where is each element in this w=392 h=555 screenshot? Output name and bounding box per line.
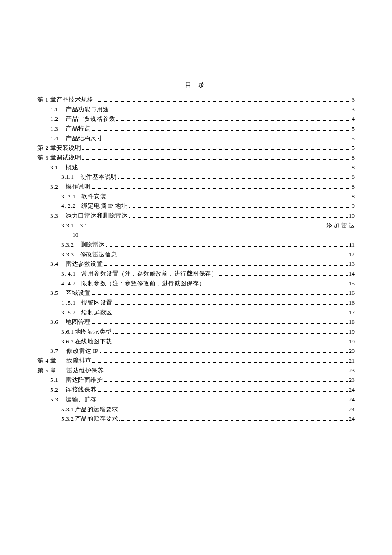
toc-leader-dots: [98, 397, 348, 401]
toc-leader-dots: [104, 378, 348, 382]
toc-entry-page: 8: [352, 163, 355, 173]
toc-entry: 3.3.2删除雷达11: [37, 240, 355, 250]
toc-entry-page: 17: [349, 308, 355, 318]
toc-entry-number: 3.4: [50, 259, 66, 269]
toc-leader-dots: [119, 407, 348, 411]
toc-entry-text: 区域设置: [66, 288, 90, 298]
toc-entry-number: 5.3: [50, 395, 66, 405]
toc-entry-page: 10: [349, 211, 355, 221]
toc-entry-number: 3.1.1: [61, 172, 74, 182]
toc-entry-text: 3.1: [80, 221, 88, 231]
toc-entry: 1 .5.1报警区设置16: [37, 298, 355, 308]
toc-leader-dots: [110, 107, 351, 111]
toc-entry-number: 3.3.2: [61, 240, 74, 250]
toc-entry-page: 12: [349, 250, 355, 260]
toc-entry-number: 3.7: [50, 346, 66, 356]
toc-entry: 1.1产品功能与用途3: [37, 105, 355, 115]
toc-leader-dots: [92, 320, 348, 324]
toc-entry-text: 修改雷达信息: [80, 250, 117, 260]
toc-entry: 3.2操作说明8: [37, 182, 355, 192]
toc-entry-number: 5.3.2: [61, 414, 74, 424]
toc-entry-number: 1.2: [50, 114, 66, 124]
toc-entry-number: 4. 2.2: [61, 201, 75, 211]
toc-entry-number: 3.6.1: [61, 327, 74, 337]
toc-entry: 3.5区域设置16: [37, 288, 355, 298]
toc-entry-number: 3.6: [50, 317, 66, 327]
toc-entry-page: 23: [349, 366, 355, 376]
toc-entry-number: 1 .5.1: [61, 298, 75, 308]
toc-entry-page: 18: [349, 317, 355, 327]
toc-title: 目 录: [37, 81, 355, 89]
toc-leader-dots: [89, 223, 324, 227]
toc-entry-text: 产品技术规格: [56, 95, 93, 105]
document-page: 目 录 第 1 章产品技术规格31.1产品功能与用途31.2产品主要规格参数41…: [0, 0, 392, 555]
toc-entry-text: 产品特点: [66, 124, 90, 134]
toc-entry-page: 8: [352, 172, 355, 182]
toc-entry: 3.7修改雷达 IP20: [37, 346, 355, 356]
toc-leader-dots: [107, 194, 350, 198]
toc-entry-number: 3.6.2: [61, 337, 74, 347]
toc-entry-page: 20: [349, 346, 355, 356]
toc-entry-label: 添 加 雷 达: [326, 221, 355, 231]
toc-entry-number: 3. 4.1: [61, 269, 75, 279]
toc-entry-page: 3: [352, 95, 355, 105]
toc-entry-page: 16: [349, 298, 355, 308]
toc-entry: 第 4 章故障排查21: [37, 356, 355, 366]
toc-entry: 3.1概述8: [37, 163, 355, 173]
toc-entry-text: 连接线保养: [66, 385, 97, 395]
toc-entry-page: 24: [349, 405, 355, 415]
toc-entry: 5.3运输、贮存24: [37, 395, 355, 405]
toc-entry: 3. 4.1常用参数设置（注：参数修改前，进行截图保存）14: [37, 269, 355, 279]
toc-entry-number: 第 1 章: [37, 95, 56, 105]
toc-entry-number: 第 3 章: [37, 153, 56, 163]
toc-entry-number: 5.2: [50, 385, 66, 395]
toc-entry: 3.4雷达参数设置13: [37, 259, 355, 269]
toc-entry-number: 3.2: [50, 182, 66, 192]
toc-leader-dots: [114, 300, 348, 305]
toc-entry-text: 产品功能与用途: [66, 105, 109, 115]
toc-entry: 3 .5.2绘制屏蔽区17: [37, 308, 355, 318]
toc-entry: 1.3产品特点5: [37, 124, 355, 134]
toc-entry: 3. 2.1软件安装8: [37, 192, 355, 202]
toc-entry-number: 4. 4.2: [61, 279, 75, 289]
toc-entry-text: 雷达维护保养: [66, 366, 104, 376]
toc-entry: 5.3.2产品的贮存要求24: [37, 414, 355, 424]
toc-entry-page: 19: [349, 337, 355, 347]
toc-leader-dots: [92, 126, 350, 131]
toc-entry: 第 1 章产品技术规格3: [37, 95, 355, 105]
toc-entry-number: 3.1: [50, 163, 66, 173]
toc-entry-page: 23: [349, 375, 355, 385]
toc-entry-text: 产品的运输要求: [75, 405, 118, 415]
toc-entry-text: 删除雷达: [80, 240, 105, 250]
toc-entry-number: 5.1: [50, 375, 66, 385]
toc-entry-text: 产品结构尺寸: [66, 134, 103, 144]
toc-leader-dots: [116, 116, 350, 121]
toc-entry-text: 绘制屏蔽区: [81, 308, 112, 318]
toc-leader-dots: [92, 184, 350, 189]
toc-entry-text: 产品的贮存要求: [75, 414, 118, 424]
toc-entry-text: 常用参数设置（注：参数修改前，进行截图保存）: [81, 269, 217, 279]
toc-entry: 3.1.1硬件基本说明8: [37, 172, 355, 182]
toc-entry-page: 15: [349, 279, 355, 289]
toc-entry-page: 4: [352, 114, 355, 124]
toc-entry-text: 绑定电脑 IP 地址: [81, 201, 127, 211]
toc-entry-text: 安装说明: [56, 143, 81, 153]
toc-entry-text: 操作说明: [66, 182, 90, 192]
toc-entry-text: 故障排查: [66, 356, 91, 366]
toc-entry: 1.4产品结构尺寸5: [37, 134, 355, 144]
toc-entry: 3.3.13.1添 加 雷 达: [37, 221, 355, 231]
toc-entry-number: 3. 2.1: [61, 192, 75, 202]
toc-leader-dots: [82, 155, 350, 160]
toc-leader-dots: [98, 387, 348, 392]
toc-entry-text: 地图管理: [66, 317, 90, 327]
toc-entry-number: 1.3: [50, 124, 66, 134]
toc-entry-page: 19: [349, 327, 355, 337]
toc-entry: 第 3 章调试说明8: [37, 153, 355, 163]
toc-entry-number: 第 5 章: [37, 366, 66, 376]
toc-entry-page: 11: [349, 240, 355, 250]
toc-entry: 3.6地图管理18: [37, 317, 355, 327]
toc-leader-dots: [92, 358, 348, 363]
toc-leader-dots: [100, 349, 348, 353]
toc-leader-dots: [119, 416, 348, 421]
toc-leader-dots: [219, 271, 347, 276]
